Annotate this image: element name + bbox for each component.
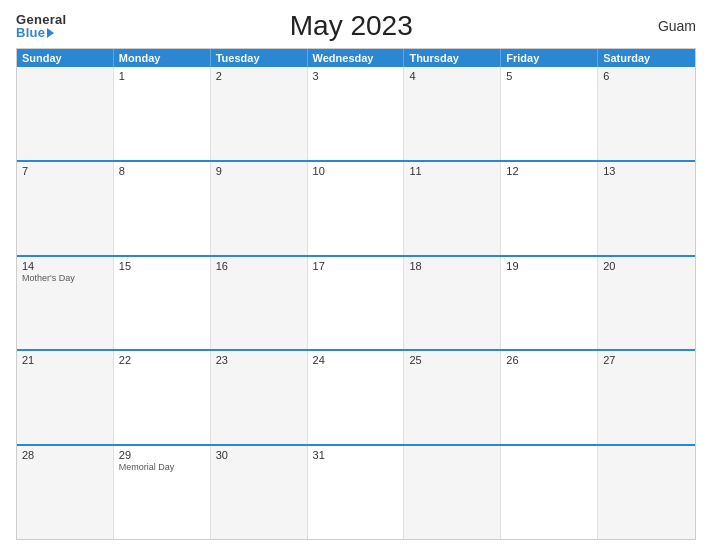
day-number: 3 bbox=[313, 70, 399, 82]
day-cell: 6 bbox=[598, 67, 695, 160]
day-number: 10 bbox=[313, 165, 399, 177]
day-cell: 17 bbox=[308, 257, 405, 350]
logo-blue-text: Blue bbox=[16, 26, 54, 39]
day-number: 17 bbox=[313, 260, 399, 272]
day-number: 9 bbox=[216, 165, 302, 177]
day-headers-row: Sunday Monday Tuesday Wednesday Thursday… bbox=[17, 49, 695, 67]
day-number: 27 bbox=[603, 354, 690, 366]
day-cell: 8 bbox=[114, 162, 211, 255]
day-number: 30 bbox=[216, 449, 302, 461]
day-cell: 3 bbox=[308, 67, 405, 160]
day-event: Mother's Day bbox=[22, 273, 108, 283]
day-cell bbox=[501, 446, 598, 539]
day-number: 16 bbox=[216, 260, 302, 272]
day-number: 6 bbox=[603, 70, 690, 82]
day-cell: 24 bbox=[308, 351, 405, 444]
header-wednesday: Wednesday bbox=[308, 49, 405, 67]
calendar-title: May 2023 bbox=[67, 10, 636, 42]
logo-triangle-icon bbox=[47, 28, 54, 38]
day-cell: 25 bbox=[404, 351, 501, 444]
day-number: 28 bbox=[22, 449, 108, 461]
day-number: 21 bbox=[22, 354, 108, 366]
logo: General Blue bbox=[16, 13, 67, 39]
calendar-grid: Sunday Monday Tuesday Wednesday Thursday… bbox=[16, 48, 696, 540]
day-number: 22 bbox=[119, 354, 205, 366]
header-sunday: Sunday bbox=[17, 49, 114, 67]
header-tuesday: Tuesday bbox=[211, 49, 308, 67]
week-row-3: 14Mother's Day151617181920 bbox=[17, 255, 695, 350]
day-cell: 28 bbox=[17, 446, 114, 539]
day-number: 24 bbox=[313, 354, 399, 366]
day-cell: 11 bbox=[404, 162, 501, 255]
region-label: Guam bbox=[636, 18, 696, 34]
day-number: 31 bbox=[313, 449, 399, 461]
day-cell: 4 bbox=[404, 67, 501, 160]
day-cell bbox=[404, 446, 501, 539]
week-row-4: 21222324252627 bbox=[17, 349, 695, 444]
day-number: 13 bbox=[603, 165, 690, 177]
day-number: 8 bbox=[119, 165, 205, 177]
header: General Blue May 2023 Guam bbox=[16, 10, 696, 42]
day-number: 1 bbox=[119, 70, 205, 82]
day-cell: 15 bbox=[114, 257, 211, 350]
day-cell: 23 bbox=[211, 351, 308, 444]
day-number: 14 bbox=[22, 260, 108, 272]
day-cell: 5 bbox=[501, 67, 598, 160]
weeks-container: 1234567891011121314Mother's Day151617181… bbox=[17, 67, 695, 539]
day-number: 2 bbox=[216, 70, 302, 82]
day-number: 15 bbox=[119, 260, 205, 272]
day-cell: 13 bbox=[598, 162, 695, 255]
day-cell: 1 bbox=[114, 67, 211, 160]
day-cell: 18 bbox=[404, 257, 501, 350]
header-thursday: Thursday bbox=[404, 49, 501, 67]
day-cell: 14Mother's Day bbox=[17, 257, 114, 350]
day-number: 20 bbox=[603, 260, 690, 272]
day-cell: 20 bbox=[598, 257, 695, 350]
day-number: 29 bbox=[119, 449, 205, 461]
day-cell: 31 bbox=[308, 446, 405, 539]
header-monday: Monday bbox=[114, 49, 211, 67]
day-cell: 29Memorial Day bbox=[114, 446, 211, 539]
day-number: 26 bbox=[506, 354, 592, 366]
day-cell: 7 bbox=[17, 162, 114, 255]
day-cell: 16 bbox=[211, 257, 308, 350]
header-saturday: Saturday bbox=[598, 49, 695, 67]
day-number: 11 bbox=[409, 165, 495, 177]
week-row-1: 123456 bbox=[17, 67, 695, 160]
day-cell: 21 bbox=[17, 351, 114, 444]
day-cell: 30 bbox=[211, 446, 308, 539]
day-cell: 9 bbox=[211, 162, 308, 255]
calendar-page: General Blue May 2023 Guam Sunday Monday… bbox=[0, 0, 712, 550]
week-row-5: 2829Memorial Day3031 bbox=[17, 444, 695, 539]
day-number: 23 bbox=[216, 354, 302, 366]
day-cell: 26 bbox=[501, 351, 598, 444]
week-row-2: 78910111213 bbox=[17, 160, 695, 255]
day-cell: 22 bbox=[114, 351, 211, 444]
header-friday: Friday bbox=[501, 49, 598, 67]
day-cell: 10 bbox=[308, 162, 405, 255]
day-number: 18 bbox=[409, 260, 495, 272]
day-event: Memorial Day bbox=[119, 462, 205, 472]
day-cell: 27 bbox=[598, 351, 695, 444]
day-cell bbox=[17, 67, 114, 160]
day-cell bbox=[598, 446, 695, 539]
day-cell: 2 bbox=[211, 67, 308, 160]
day-number: 12 bbox=[506, 165, 592, 177]
day-number: 7 bbox=[22, 165, 108, 177]
day-cell: 12 bbox=[501, 162, 598, 255]
day-cell: 19 bbox=[501, 257, 598, 350]
day-number: 4 bbox=[409, 70, 495, 82]
day-number: 5 bbox=[506, 70, 592, 82]
day-number: 25 bbox=[409, 354, 495, 366]
day-number: 19 bbox=[506, 260, 592, 272]
